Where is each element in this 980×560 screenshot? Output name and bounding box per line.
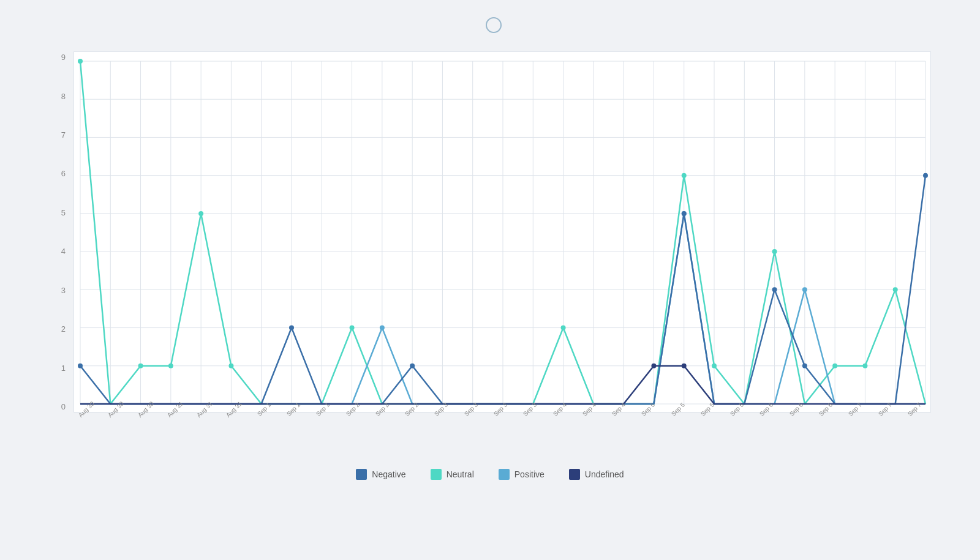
svg-point-59 (772, 287, 777, 292)
svg-point-60 (802, 364, 807, 368)
legend: NegativeNeutralPositiveUndefined (356, 469, 624, 480)
legend-color-box (499, 469, 510, 480)
svg-point-40 (138, 364, 143, 368)
y-axis-label: 3 (61, 286, 66, 295)
svg-point-49 (832, 364, 837, 368)
svg-point-43 (228, 364, 233, 368)
svg-point-54 (802, 287, 807, 292)
svg-point-42 (198, 211, 203, 216)
svg-point-51 (893, 287, 898, 292)
svg-point-50 (862, 364, 867, 368)
legend-item: Negative (356, 469, 405, 480)
page-title (478, 17, 502, 33)
svg-point-58 (682, 211, 687, 216)
svg-point-56 (289, 326, 294, 330)
svg-point-55 (78, 364, 83, 368)
y-axis: 0123456789 (37, 51, 70, 413)
legend-label: Neutral (447, 469, 474, 479)
svg-point-44 (350, 326, 355, 330)
y-axis-label: 0 (61, 402, 66, 411)
y-axis-label: 8 (61, 92, 66, 101)
legend-item: Undefined (569, 469, 624, 480)
legend-color-box (431, 469, 442, 480)
y-axis-label: 2 (61, 324, 66, 334)
chart-container: 0123456789 Aug 30Aug 30Aug 30Aug 31Aug 3… (37, 45, 943, 461)
x-axis: Aug 30Aug 30Aug 30Aug 31Aug 31Aug 31Sep … (74, 413, 931, 461)
svg-point-62 (651, 364, 656, 368)
svg-point-41 (168, 364, 173, 368)
svg-point-39 (78, 59, 83, 64)
legend-label: Undefined (585, 469, 624, 479)
help-icon[interactable] (486, 17, 502, 33)
y-axis-label: 9 (61, 53, 66, 62)
chart-area (74, 51, 931, 413)
legend-color-box (569, 469, 580, 480)
svg-point-45 (561, 326, 566, 330)
svg-point-61 (923, 173, 928, 178)
y-axis-label: 4 (61, 247, 66, 256)
svg-point-57 (410, 364, 415, 368)
legend-item: Neutral (431, 469, 474, 480)
y-axis-label: 5 (61, 208, 66, 217)
legend-label: Positive (514, 469, 545, 479)
y-axis-label: 6 (61, 169, 66, 178)
svg-point-48 (772, 249, 777, 254)
svg-point-46 (682, 173, 687, 178)
svg-point-63 (682, 364, 687, 368)
legend-item: Positive (499, 469, 545, 480)
svg-point-52 (380, 326, 385, 330)
svg-point-47 (712, 364, 717, 368)
legend-color-box (356, 469, 367, 480)
y-axis-label: 7 (61, 130, 66, 140)
y-axis-label: 1 (61, 364, 66, 373)
legend-label: Negative (372, 469, 405, 479)
